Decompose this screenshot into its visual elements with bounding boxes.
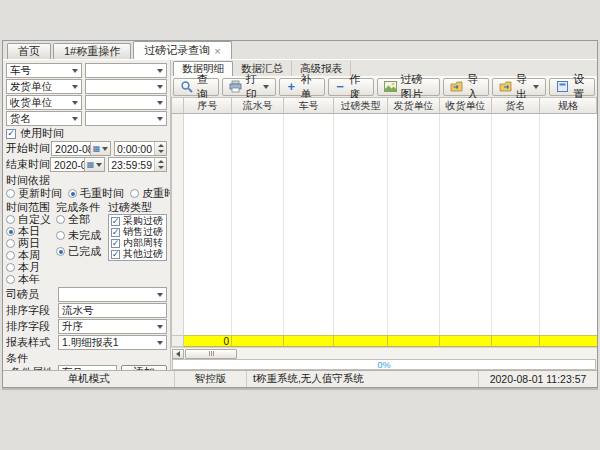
tab-data-summary[interactable]: 数据汇总 (233, 61, 292, 76)
chevron-down-icon (157, 85, 163, 89)
filter-value-select[interactable] (85, 111, 167, 126)
query-button[interactable]: 查询 (173, 78, 219, 96)
spinner-buttons[interactable] (154, 142, 166, 155)
chevron-down-icon (72, 85, 78, 89)
start-time-row: 开始时间 2020-08-01 ▦ 0:00:00 (6, 141, 167, 156)
radio-tare-time[interactable]: 皮重时间 (130, 187, 171, 200)
settings-button[interactable]: 设置 (549, 78, 595, 96)
column-header-seq[interactable]: 序号 (184, 98, 232, 114)
filter-value-select[interactable] (85, 95, 167, 110)
query-sidebar: 车号 发货单位 (3, 60, 171, 370)
radio-unfinished[interactable]: 未完成 (56, 230, 108, 241)
filter-field-select-receiver[interactable]: 收货单位 (6, 95, 82, 110)
checkbox-icon: ✓ (111, 239, 120, 248)
weigh-type-group: 过磅类型 ✓采购过磅 ✓销售过磅 ✓内部周转 ✓其他过磅 (108, 201, 167, 286)
spin-down-icon[interactable] (155, 165, 166, 172)
summary-count-cell: 0 (184, 335, 232, 347)
spin-down-icon[interactable] (155, 149, 166, 156)
sort-order-row: 排序字段 升序 (6, 319, 167, 334)
filter-field-select-sender[interactable]: 发货单位 (6, 79, 82, 94)
tab-home[interactable]: 首页 (7, 43, 51, 59)
desktop-background: 首页 1#称重操作 过磅记录查询 × 车号 (0, 0, 600, 450)
chevron-down-icon (157, 117, 163, 121)
radio-this-year[interactable]: 本年 (6, 274, 56, 285)
radio-icon (68, 189, 77, 198)
filter-row: 货名 (6, 111, 167, 126)
print-button[interactable]: 打印 (222, 78, 277, 96)
radio-gross-time[interactable]: 毛重时间 (68, 187, 124, 200)
export-button[interactable]: 导出 (492, 78, 547, 96)
add-condition-button[interactable]: 添加 (121, 365, 167, 370)
spinner-buttons[interactable] (154, 158, 166, 171)
tab-weighing-record-query[interactable]: 过磅记录查询 × (133, 41, 231, 59)
end-time-label: 结束时间 (6, 157, 50, 172)
radio-icon (56, 215, 65, 224)
tab-label: 1#称重操作 (64, 44, 120, 59)
calendar-button[interactable]: ▦ (84, 158, 104, 171)
close-icon[interactable]: × (214, 46, 220, 56)
chevron-down-icon (102, 147, 108, 151)
report-style-row: 报表样式 1.明细报表1 (6, 335, 167, 350)
column-header-sender[interactable]: 发货单位 (388, 98, 440, 114)
column-header-receiver[interactable]: 收货单位 (440, 98, 492, 114)
use-time-label: 使用时间 (20, 126, 64, 141)
condition-attr-select[interactable]: 车号 (58, 365, 117, 370)
column-header-vehicle[interactable]: 车号 (284, 98, 334, 114)
start-time-spinner[interactable]: 0:00:00 (114, 141, 167, 156)
sort-field-input[interactable]: 流水号 (58, 303, 167, 318)
radio-update-time[interactable]: 更新时间 (6, 187, 62, 200)
end-date-picker[interactable]: 2020-08-01 ▦ (50, 157, 105, 172)
combo-value: 收货单位 (10, 96, 52, 110)
void-button[interactable]: − 作废 (328, 78, 374, 96)
column-header-serial[interactable]: 流水号 (232, 98, 284, 114)
checkbox-other-weigh[interactable]: ✓其他过磅 (111, 249, 164, 259)
progress-bar: 0% (172, 359, 596, 370)
column-header-goods[interactable]: 货名 (492, 98, 540, 114)
export-icon (499, 80, 512, 93)
grid-summary-row: 0 (171, 335, 597, 347)
filter-field-select-goods[interactable]: 货名 (6, 111, 82, 126)
combo-value: 发货单位 (10, 80, 52, 94)
scrollbar-thumb[interactable] (185, 349, 237, 359)
column-header-weigh-type[interactable]: 过磅类型 (334, 98, 388, 114)
tab-weighing-operation[interactable]: 1#称重操作 (53, 43, 131, 59)
radio-icon (56, 231, 65, 240)
checkbox-icon: ✓ (111, 217, 120, 226)
report-style-select[interactable]: 1.明细报表1 (58, 335, 167, 350)
radio-icon (6, 275, 15, 284)
supplement-order-button[interactable]: + 补单 (279, 78, 325, 96)
toolbar: 查询 打印 + 补单 − 作废 (171, 76, 597, 98)
column-header-spec[interactable]: 规格 (540, 98, 597, 114)
scroll-left-icon[interactable] (172, 349, 184, 359)
summary-indicator-cell (172, 335, 184, 347)
filter-value-select[interactable] (85, 79, 167, 94)
weigh-photo-button[interactable]: 过磅图片 (377, 78, 441, 96)
import-button[interactable]: 导入 (443, 78, 489, 96)
finish-condition-group: 完成条件 全部 未完成 已完成 (56, 201, 108, 286)
filter-value-select[interactable] (85, 63, 167, 78)
radio-icon (130, 189, 139, 198)
time-value: 0:00:00 (115, 142, 154, 155)
time-value: 23:59:59 (109, 158, 154, 171)
calendar-button[interactable]: ▦ (90, 142, 110, 155)
status-edition: 智控版 (175, 371, 247, 387)
progress-value: 0% (377, 360, 390, 370)
weigher-select[interactable] (58, 287, 167, 302)
combo-value: 货名 (10, 112, 31, 126)
start-time-label: 开始时间 (6, 141, 51, 156)
grid-header-row: 序号 流水号 车号 过磅类型 发货单位 收货单位 货名 规格 (172, 98, 597, 114)
filter-field-select-vehicle[interactable]: 车号 (6, 63, 82, 78)
chevron-down-icon (72, 69, 78, 73)
combo-value: 车号 (10, 64, 31, 78)
horizontal-scrollbar[interactable] (171, 347, 597, 359)
sort-order-select[interactable]: 升序 (58, 319, 167, 334)
radio-all[interactable]: 全部 (56, 214, 108, 225)
condition-section-label: 条件 (6, 352, 167, 364)
end-time-spinner[interactable]: 23:59:59 (108, 157, 167, 172)
radio-finished[interactable]: 已完成 (56, 246, 108, 257)
grid-indicator-header (172, 98, 184, 114)
start-date-picker[interactable]: 2020-08-01 ▦ (51, 141, 111, 156)
checkbox-icon: ✓ (111, 228, 120, 237)
use-time-checkbox[interactable]: ✓ (6, 129, 16, 139)
radio-icon (6, 239, 15, 248)
